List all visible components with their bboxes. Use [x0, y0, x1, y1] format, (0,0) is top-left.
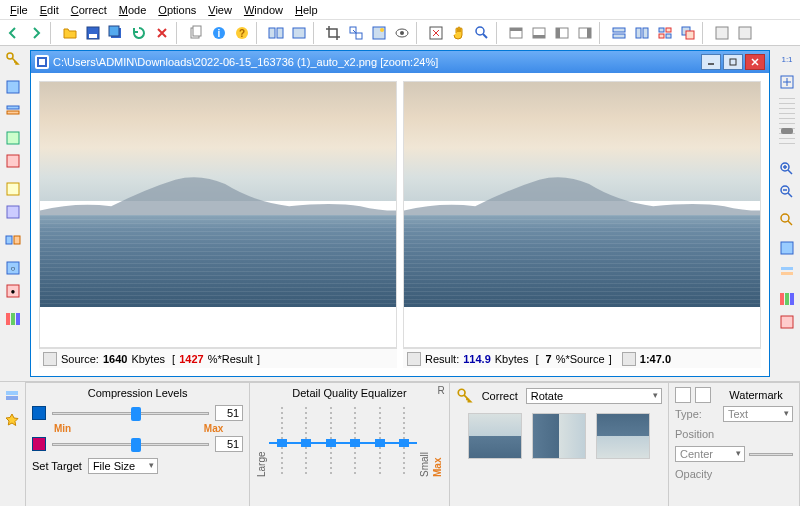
layout4-button[interactable]	[574, 22, 596, 44]
zoom-in-button[interactable]	[776, 158, 798, 180]
equalizer-panel: Detail Quality Equalizer R Large Small M…	[250, 382, 449, 506]
menu-edit[interactable]: Edit	[34, 2, 65, 18]
menu-file[interactable]: File	[4, 2, 34, 18]
menu-mode[interactable]: Mode	[113, 2, 153, 18]
eq-band-2[interactable]	[299, 407, 313, 477]
result-size: 114.9	[463, 353, 491, 365]
resize-button[interactable]	[345, 22, 367, 44]
extra2-button[interactable]	[734, 22, 756, 44]
crop-button[interactable]	[322, 22, 344, 44]
eq-band-6[interactable]	[397, 407, 411, 477]
equalizer-r: R	[437, 385, 444, 396]
single-view-button[interactable]	[288, 22, 310, 44]
rtool-c-button[interactable]	[776, 288, 798, 310]
nav-forward-button[interactable]	[25, 22, 47, 44]
fit-button[interactable]	[425, 22, 447, 44]
cascade-button[interactable]	[677, 22, 699, 44]
tool-f-button[interactable]	[2, 201, 24, 223]
result-image[interactable]	[403, 81, 761, 348]
preset-icon[interactable]	[1, 386, 23, 408]
eq-band-5[interactable]	[373, 407, 387, 477]
copy-button[interactable]	[185, 22, 207, 44]
svg-rect-47	[7, 183, 19, 195]
menu-view[interactable]: View	[202, 2, 238, 18]
wm-image-icon[interactable]	[695, 387, 711, 403]
help-button[interactable]: ?	[231, 22, 253, 44]
preset2-icon[interactable]	[1, 409, 23, 431]
zoom-slider[interactable]	[779, 98, 795, 148]
tool-c-button[interactable]	[2, 127, 24, 149]
rtool-d-button[interactable]	[776, 311, 798, 333]
rotate-option-90[interactable]	[532, 413, 586, 459]
compress-slider-2[interactable]	[52, 436, 209, 452]
wm-type-label: Type:	[675, 408, 719, 420]
info-button[interactable]: i	[208, 22, 230, 44]
source-image[interactable]	[39, 81, 397, 348]
wm-position-slider[interactable]	[749, 448, 793, 460]
compare-button[interactable]	[265, 22, 287, 44]
save-button[interactable]	[82, 22, 104, 44]
close-doc-button[interactable]	[151, 22, 173, 44]
result-status: Result: 114.9 Kbytes [ 7%*Source] 1:47.0	[403, 348, 761, 368]
document-window: C:\Users\ADMIN\Downloads\2022-06-15_1637…	[30, 50, 770, 377]
svg-rect-73	[781, 316, 793, 328]
zoom-100-button[interactable]: 1:1	[776, 48, 798, 70]
zoom-max-button[interactable]	[776, 209, 798, 231]
layout2-button[interactable]	[528, 22, 550, 44]
layout1-button[interactable]	[505, 22, 527, 44]
magnify-button[interactable]	[471, 22, 493, 44]
open-button[interactable]	[59, 22, 81, 44]
zoom-fit-button[interactable]	[776, 71, 798, 93]
tool-g-button[interactable]	[2, 229, 24, 251]
wm-type-select[interactable]: Text	[723, 406, 793, 422]
compress-slider-1[interactable]	[52, 405, 209, 421]
layout3-button[interactable]	[551, 22, 573, 44]
tile-v-button[interactable]	[631, 22, 653, 44]
titlebar[interactable]: C:\Users\ADMIN\Downloads\2022-06-15_1637…	[31, 51, 769, 73]
target-select[interactable]: File Size	[88, 458, 158, 474]
maximize-button[interactable]	[723, 54, 743, 70]
eq-band-1[interactable]	[275, 407, 289, 477]
tool-e-button[interactable]	[2, 178, 24, 200]
hand-button[interactable]	[448, 22, 470, 44]
extra1-button[interactable]	[711, 22, 733, 44]
tool-a-button[interactable]	[2, 76, 24, 98]
rotate-option-180[interactable]	[596, 413, 650, 459]
tile-h-button[interactable]	[608, 22, 630, 44]
svg-rect-59	[39, 59, 45, 65]
nav-back-button[interactable]	[2, 22, 24, 44]
wm-text-icon[interactable]	[675, 387, 691, 403]
correct-mode-select[interactable]: Rotate	[526, 388, 662, 404]
tool-h-button[interactable]: ○	[2, 257, 24, 279]
minimize-button[interactable]	[701, 54, 721, 70]
watermark-button[interactable]	[368, 22, 390, 44]
menu-options[interactable]: Options	[152, 2, 202, 18]
tool-i-button[interactable]: ●	[2, 280, 24, 302]
svg-point-20	[476, 27, 484, 35]
reload-button[interactable]	[128, 22, 150, 44]
rotate-option-0[interactable]	[468, 413, 522, 459]
menu-window[interactable]: Window	[238, 2, 289, 18]
zoom-out-button[interactable]	[776, 181, 798, 203]
eye-button[interactable]	[391, 22, 413, 44]
tool-d-button[interactable]	[2, 150, 24, 172]
key-button[interactable]	[2, 48, 24, 70]
source-status-icon	[43, 352, 57, 366]
close-button[interactable]	[745, 54, 765, 70]
eq-band-3[interactable]	[324, 407, 338, 477]
compress-value-2[interactable]: 51	[215, 436, 243, 452]
wm-position-select[interactable]: Center	[675, 446, 745, 462]
tile-grid-button[interactable]	[654, 22, 676, 44]
rtool-a-button[interactable]	[776, 237, 798, 259]
compress-value-1[interactable]: 51	[215, 405, 243, 421]
svg-rect-57	[16, 313, 20, 325]
eq-band-4[interactable]	[348, 407, 362, 477]
menu-correct[interactable]: Correct	[65, 2, 113, 18]
svg-rect-72	[790, 293, 794, 305]
svg-rect-67	[781, 242, 793, 254]
rtool-b-button[interactable]	[776, 260, 798, 282]
tool-j-button[interactable]	[2, 308, 24, 330]
menu-help[interactable]: Help	[289, 2, 324, 18]
save-all-button[interactable]	[105, 22, 127, 44]
tool-b-button[interactable]	[2, 99, 24, 121]
